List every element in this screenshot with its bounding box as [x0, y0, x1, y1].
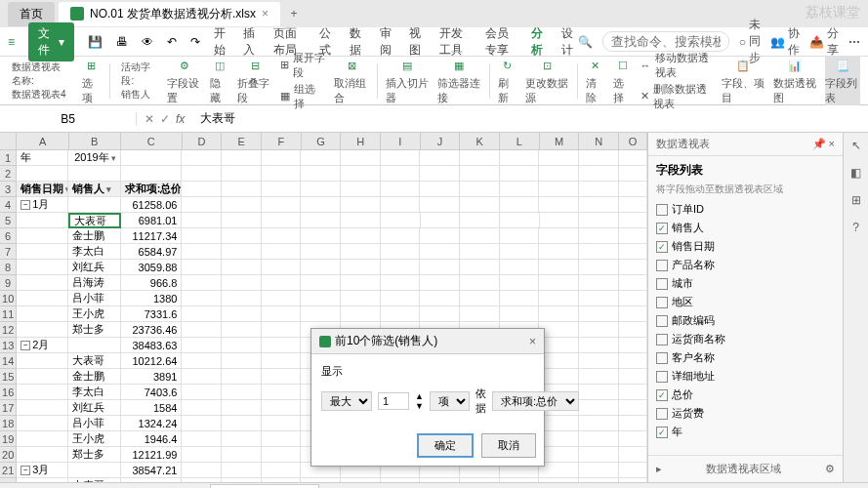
cell[interactable]	[301, 291, 341, 306]
cell[interactable]	[182, 197, 222, 213]
cell[interactable]	[579, 275, 619, 291]
column-header[interactable]: A	[17, 133, 68, 149]
row-header[interactable]: 16	[0, 385, 17, 400]
cell[interactable]	[341, 291, 381, 306]
menu-item[interactable]: 开始	[214, 25, 230, 59]
cell[interactable]	[301, 275, 341, 291]
cell[interactable]: 王小虎	[68, 306, 120, 322]
cell[interactable]: 吕小菲	[68, 416, 120, 431]
cell[interactable]	[579, 291, 619, 306]
cell[interactable]	[579, 416, 619, 431]
cell[interactable]	[579, 306, 619, 322]
cell[interactable]	[619, 385, 647, 400]
cell[interactable]	[222, 478, 262, 482]
accept-formula-icon[interactable]: ✓	[160, 112, 170, 126]
spinner-down[interactable]: ▼	[415, 401, 424, 411]
cancel-formula-icon[interactable]: ✕	[145, 112, 154, 126]
cell[interactable]	[619, 244, 647, 260]
cell[interactable]	[539, 322, 579, 338]
field-list-button[interactable]: 📃字段列表	[825, 56, 860, 105]
cell[interactable]	[460, 228, 500, 244]
cell[interactable]	[500, 228, 540, 244]
cell[interactable]	[222, 150, 262, 166]
options-button[interactable]: ⊞选项	[82, 56, 102, 105]
cell[interactable]: 金士鹏	[68, 228, 120, 244]
cell[interactable]	[619, 150, 647, 166]
count-input[interactable]	[378, 392, 409, 410]
search-input[interactable]	[602, 31, 729, 52]
cell[interactable]	[500, 275, 540, 291]
cell[interactable]	[222, 182, 262, 197]
clear-button[interactable]: ✕清除	[586, 56, 605, 105]
cell[interactable]	[619, 260, 647, 275]
cell[interactable]	[460, 150, 500, 166]
cell[interactable]: 刘红兵	[68, 260, 120, 275]
column-header[interactable]: M	[540, 133, 580, 149]
cell[interactable]	[460, 166, 500, 182]
select-all-corner[interactable]	[0, 133, 17, 149]
cell[interactable]: 大表哥	[68, 353, 120, 369]
group-select-button[interactable]: ▦组选择	[280, 82, 326, 111]
column-header[interactable]: E	[222, 133, 262, 149]
cell[interactable]	[381, 275, 421, 291]
cell[interactable]	[341, 197, 381, 213]
cell[interactable]	[539, 150, 579, 166]
row-header[interactable]: 8	[0, 260, 17, 275]
cell[interactable]	[262, 369, 302, 385]
column-header[interactable]: H	[341, 133, 381, 149]
sheet-tab[interactable]: 2019年购买力最高的前3家公司	[42, 484, 210, 489]
cell[interactable]: 11599.4	[121, 478, 183, 482]
delete-pivot-button[interactable]: ✕删除数据透视表	[641, 82, 714, 111]
cell[interactable]: −2月	[17, 338, 68, 353]
menu-item[interactable]: 开发工具	[439, 25, 472, 59]
cell[interactable]	[262, 228, 302, 244]
checkbox-icon[interactable]	[656, 297, 668, 308]
cell[interactable]	[539, 478, 579, 482]
field-item[interactable]: 客户名称	[656, 348, 835, 367]
cell[interactable]	[182, 478, 222, 482]
row-header[interactable]: 4	[0, 197, 17, 213]
cell[interactable]	[619, 478, 647, 482]
cell[interactable]: 2019年▾	[68, 150, 120, 166]
cell[interactable]	[121, 166, 183, 182]
cell[interactable]	[182, 385, 222, 400]
cell[interactable]	[579, 447, 619, 463]
cell[interactable]	[539, 447, 579, 463]
cell[interactable]	[222, 291, 262, 306]
cell[interactable]	[68, 463, 120, 478]
cell[interactable]	[182, 322, 222, 338]
cell[interactable]	[579, 197, 619, 213]
add-tab-button[interactable]: +	[284, 4, 304, 23]
cell[interactable]	[421, 213, 461, 228]
cell[interactable]	[579, 228, 619, 244]
cell[interactable]: 3891	[121, 369, 183, 385]
cell[interactable]: 1946.4	[121, 431, 183, 447]
cell[interactable]	[222, 431, 262, 447]
cell[interactable]	[420, 260, 460, 275]
cell[interactable]	[381, 306, 421, 322]
cell[interactable]	[17, 431, 68, 447]
filter-conn-button[interactable]: ▦筛选器连接	[437, 56, 481, 105]
cell[interactable]: 吕海涛	[68, 275, 120, 291]
cell[interactable]: 李太白	[68, 385, 120, 400]
cell[interactable]	[500, 260, 540, 275]
sidebar-tool-icon[interactable]: ◧	[847, 164, 865, 182]
cell[interactable]	[182, 150, 222, 166]
cell[interactable]	[17, 244, 68, 260]
cell[interactable]	[341, 213, 381, 228]
cell[interactable]	[262, 182, 302, 197]
fields-items-button[interactable]: 📋字段、项目	[722, 56, 765, 105]
preview-icon[interactable]: 👁	[142, 35, 153, 49]
field-item[interactable]: 详细地址	[656, 367, 835, 386]
cell[interactable]	[381, 213, 421, 228]
cell[interactable]: −3月	[17, 463, 68, 478]
row-header[interactable]: 14	[0, 353, 17, 369]
checkbox-icon[interactable]	[656, 278, 668, 290]
cell[interactable]	[539, 353, 579, 369]
cell[interactable]	[222, 228, 262, 244]
cell[interactable]: 郑士多	[68, 322, 120, 338]
cell[interactable]	[460, 306, 500, 322]
cell[interactable]	[460, 182, 500, 197]
cell[interactable]	[540, 213, 580, 228]
cell[interactable]	[381, 166, 421, 182]
